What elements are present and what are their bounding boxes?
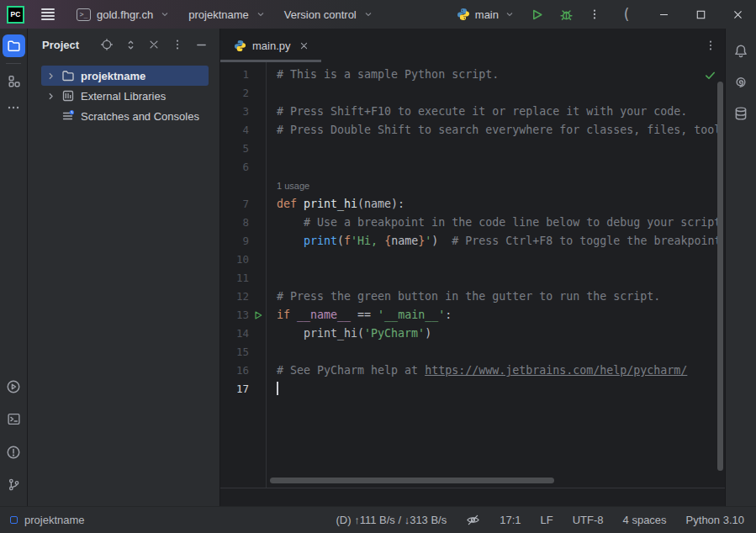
horizontal-scrollbar[interactable] [270, 478, 554, 483]
code-text: # See PyCharm help at https://www.jetbra… [267, 361, 687, 380]
inspections-ok-icon[interactable] [704, 69, 716, 82]
structure-tool-button[interactable] [3, 70, 25, 92]
minimize-button[interactable] [645, 0, 682, 29]
vertical-scrollbar[interactable] [717, 82, 723, 471]
code-token: def [277, 198, 304, 210]
gutter [249, 310, 267, 320]
code-area[interactable]: 1# This is a sample Python script.23# Pr… [220, 62, 725, 506]
more-tool-windows-button[interactable] [3, 96, 25, 119]
tree-item-projektname[interactable]: projektname [28, 66, 219, 86]
structure-icon [7, 74, 21, 88]
crescent-icon[interactable]: ( [608, 0, 645, 29]
project-tree: projektname External Libraries [28, 61, 219, 126]
code-line: 2 [220, 84, 725, 103]
line-number: 7 [220, 195, 249, 214]
chevron-right-icon[interactable] [41, 86, 60, 106]
code-line: 13if __name__ == '__main__': [220, 306, 725, 325]
caret-position-label: 17:1 [500, 514, 521, 526]
problems-tool-button[interactable] [3, 441, 25, 463]
caret-position[interactable]: 17:1 [500, 514, 521, 526]
problems-icon [6, 445, 21, 460]
close-button[interactable] [719, 0, 756, 29]
collapse-all-icon [148, 39, 160, 50]
tree-item-label: External Libraries [81, 90, 166, 103]
project-panel-header: Project [28, 29, 219, 61]
project-panel: Project [28, 29, 220, 506]
run-gutter-icon[interactable] [253, 310, 263, 320]
code-text: print_hi('PyCharm') [267, 325, 431, 343]
code-token: __name__ [297, 309, 351, 321]
menu-icon[interactable] [36, 3, 60, 25]
code-token: 'PyCharm' [364, 327, 425, 340]
maximize-button[interactable] [682, 0, 719, 29]
code-token: 'Hi, [351, 235, 384, 247]
python-interpreter[interactable]: Python 3.10 [686, 514, 744, 526]
version-control-tool-button[interactable] [3, 473, 25, 496]
run-tool-button[interactable] [3, 375, 25, 398]
scratches-icon [60, 109, 77, 123]
project-tool-button[interactable] [3, 34, 25, 57]
file-encoding[interactable]: UTF-8 [573, 514, 604, 526]
locate-file-button[interactable] [97, 34, 117, 55]
run-button[interactable] [522, 4, 552, 25]
code-token: : [445, 309, 452, 321]
code-link[interactable]: https://www.jetbrains.com/help/pycharm/ [425, 364, 687, 377]
notifications-button[interactable] [730, 40, 753, 62]
host-label: gold.fhgr.ch [97, 8, 153, 21]
tab-main-py[interactable]: main.py [220, 29, 321, 62]
ai-assistant-button[interactable] [730, 71, 753, 93]
project-tool-icon [7, 39, 21, 53]
code-token: { [384, 235, 391, 247]
close-tab-icon[interactable] [297, 40, 311, 52]
line-number: 4 [220, 121, 249, 140]
more-actions-button[interactable] [581, 5, 608, 24]
chevron-down-icon [160, 9, 170, 19]
debug-button[interactable] [552, 4, 581, 25]
run-config-selector[interactable]: main [449, 4, 522, 24]
code-token: name [391, 235, 418, 247]
expand-collapse-button[interactable] [120, 34, 140, 55]
network-stats[interactable]: (D) ↑111 B/s / ↓313 B/s [336, 514, 447, 526]
editor-options-button[interactable] [696, 29, 725, 62]
chevron-right-icon[interactable] [41, 66, 60, 86]
code-line: 6 [220, 158, 725, 177]
vcs-selector[interactable]: Version control [278, 5, 380, 24]
tree-item-external-libraries[interactable]: External Libraries [28, 86, 219, 106]
status-project[interactable]: projektname [24, 514, 85, 526]
status-bar: projektname (D) ↑111 B/s / ↓313 B/s 17:1… [0, 506, 756, 533]
gutter-border [266, 62, 267, 488]
highlighting-toggle[interactable] [466, 513, 480, 527]
locate-icon [100, 38, 114, 51]
line-number: 5 [220, 140, 249, 158]
python-interpreter-label: Python 3.10 [686, 514, 744, 526]
python-icon [234, 40, 246, 52]
tree-item-scratches[interactable]: Scratches and Consoles [28, 106, 219, 126]
line-ending[interactable]: LF [541, 514, 553, 526]
hide-panel-button[interactable] [191, 34, 211, 55]
indent-style[interactable]: 4 spaces [623, 514, 667, 526]
code-token: ) [425, 327, 431, 340]
highlighting-icon [466, 513, 480, 527]
chevron-down-icon [256, 9, 266, 19]
line-number: 13 [220, 306, 249, 325]
project-selector[interactable]: projektname [182, 5, 272, 24]
terminal-tool-button[interactable] [3, 408, 25, 430]
more-tools-icon [7, 101, 20, 114]
code-text: # Use a breakpoint in the code line belo… [267, 214, 721, 232]
run-tool-icon [6, 379, 21, 394]
usage-inlay[interactable]: 1 usage [267, 177, 309, 195]
code-text: def print_hi(name): [267, 195, 404, 214]
code-line: 4# Press Double Shift to search everywhe… [220, 121, 725, 140]
database-button[interactable] [730, 102, 753, 124]
notifications-icon [733, 44, 748, 59]
panel-options-button[interactable] [167, 34, 188, 55]
code-token: # This is a sample Python script. [277, 68, 499, 81]
logo-text: PC [11, 10, 21, 18]
line-number: 15 [220, 343, 249, 361]
pycharm-window: PC >_ gold.fhgr.ch projektname Version c… [0, 0, 756, 533]
collapse-all-button[interactable] [144, 34, 164, 55]
code-line: 15 [220, 343, 725, 361]
host-selector[interactable]: >_ gold.fhgr.ch [70, 5, 177, 24]
close-icon [732, 9, 743, 20]
more-icon [589, 8, 600, 20]
